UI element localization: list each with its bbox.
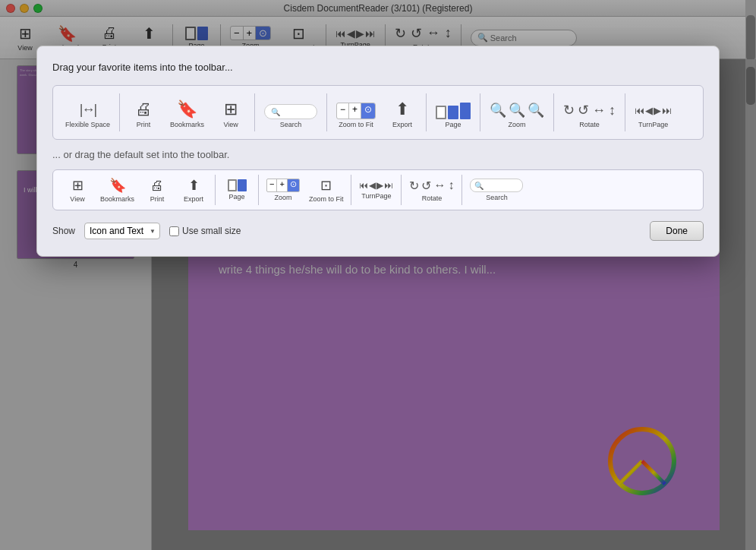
def-sep-3: [351, 175, 351, 205]
palette-search[interactable]: 🔍 Search: [260, 101, 322, 131]
palette-flexible-space[interactable]: |↔| Flexible Space: [61, 96, 115, 131]
export-palette-label: Export: [392, 121, 412, 128]
dialog-bottom-bar: Show Icon and Text Icon Only Text Only U…: [52, 221, 704, 241]
view-palette-label: View: [223, 121, 238, 128]
customize-toolbar-dialog: Drag your favorite items into the toolba…: [36, 46, 720, 257]
def-page-icon: [228, 179, 247, 191]
export-palette-icon: ⬆: [395, 100, 409, 119]
print-palette-icon: 🖨: [135, 100, 152, 119]
page-palette-label: Page: [446, 121, 461, 128]
palette-print[interactable]: 🖨 Print: [124, 96, 162, 131]
def-print-label: Print: [150, 195, 165, 203]
default-export: ⬆ Export: [177, 175, 210, 205]
def-search-icon: 🔍: [470, 179, 523, 192]
flexible-space-icon: |↔|: [71, 100, 106, 119]
def-export-label: Export: [184, 195, 203, 203]
default-view: ⊞ View: [61, 175, 94, 205]
toolbar-palette: |↔| Flexible Space 🖨 Print 🔖 Bookmarks ⊞…: [52, 85, 704, 140]
rotate-palette-label: Rotate: [579, 121, 600, 128]
def-bookmarks-icon: 🔖: [109, 177, 126, 194]
turnpage-palette-label: TurnPage: [638, 121, 668, 128]
turnpage-palette-icon: ⏮ ◀ ▶ ⏭: [635, 101, 672, 119]
def-turnpage-icon: ⏮ ◀ ▶ ⏭: [359, 180, 393, 191]
def-zoom-icon: − + ⊙: [266, 179, 300, 192]
def-turnpage-label: TurnPage: [361, 192, 391, 200]
def-sep-2: [258, 175, 259, 205]
palette-sep-5: [480, 93, 480, 131]
default-print: 🖨 Print: [140, 175, 174, 205]
zoom-to-fit-palette-icon: − + ⊙: [336, 103, 376, 119]
view-palette-icon: ⊞: [224, 100, 238, 119]
def-search-label: Search: [486, 194, 508, 201]
def-page-label: Page: [229, 193, 245, 201]
default-page: Page: [220, 177, 254, 203]
palette-sep-1: [119, 93, 120, 131]
print-palette-label: Print: [137, 121, 151, 128]
small-size-label: Use small size: [182, 226, 241, 236]
palette-page[interactable]: Page: [431, 98, 475, 131]
palette-zoom[interactable]: 🔍 🔍 🔍 Zoom: [485, 98, 549, 131]
default-rotate: ↻ ↺ ↔ ↕ Rotate: [406, 176, 457, 204]
def-zoom-to-fit-icon: ⊡: [320, 177, 332, 194]
def-sep-5: [461, 175, 462, 205]
default-toolbar-set: ⊞ View 🔖 Bookmarks 🖨 Print ⬆ Export: [52, 169, 704, 210]
palette-export[interactable]: ⬆ Export: [383, 96, 421, 131]
def-export-icon: ⬆: [188, 177, 200, 194]
def-zoom-to-fit-label: Zoom to Fit: [309, 195, 344, 203]
palette-rotate[interactable]: ↻ ↺ ↔ ↕ Rotate: [559, 98, 620, 131]
done-button[interactable]: Done: [650, 221, 704, 241]
flexible-space-label: Flexible Space: [65, 121, 110, 128]
def-view-icon: ⊞: [72, 177, 83, 194]
search-palette-icon: 🔍: [264, 104, 317, 119]
palette-sep-6: [553, 93, 554, 131]
palette-turnpage[interactable]: ⏮ ◀ ▶ ⏭ TurnPage: [630, 98, 676, 131]
drag-title: Drag your favorite items into the toolba…: [52, 62, 704, 73]
def-print-icon: 🖨: [150, 178, 164, 194]
palette-zoom-to-fit[interactable]: − + ⊙ Zoom to Fit: [332, 100, 380, 131]
default-bookmarks: 🔖 Bookmarks: [97, 175, 137, 205]
dialog-overlay: Drag your favorite items into the toolba…: [0, 0, 756, 550]
def-rotate-label: Rotate: [422, 194, 443, 202]
default-zoom-to-fit: ⊡ Zoom to Fit: [306, 175, 347, 205]
page-palette-icon: [436, 101, 471, 119]
def-zoom-label: Zoom: [274, 194, 291, 201]
divider-label: ... or drag the default set into the too…: [52, 149, 704, 160]
show-select[interactable]: Icon and Text Icon Only Text Only: [84, 223, 160, 239]
zoom-to-fit-palette-label: Zoom to Fit: [339, 121, 373, 128]
show-select-wrapper[interactable]: Icon and Text Icon Only Text Only: [84, 223, 160, 239]
palette-sep-2: [254, 93, 255, 131]
palette-sep-4: [426, 93, 427, 131]
def-sep-1: [215, 175, 216, 205]
small-size-checkbox-area[interactable]: Use small size: [169, 226, 241, 236]
show-label: Show: [52, 226, 75, 236]
def-sep-4: [401, 175, 402, 205]
bookmarks-palette-label: Bookmarks: [170, 121, 204, 128]
palette-sep-7: [625, 93, 625, 131]
rotate-palette-icon: ↻ ↺ ↔ ↕: [563, 101, 616, 119]
def-rotate-icon: ↻ ↺ ↔ ↕: [409, 179, 454, 193]
search-palette-label: Search: [280, 121, 302, 128]
def-bookmarks-label: Bookmarks: [100, 195, 134, 203]
palette-bookmarks[interactable]: 🔖 Bookmarks: [165, 96, 209, 131]
palette-view[interactable]: ⊞ View: [212, 96, 250, 131]
small-size-checkbox[interactable]: [169, 226, 179, 236]
palette-sep-3: [326, 93, 327, 131]
zoom-palette-label: Zoom: [509, 121, 526, 128]
default-zoom: − + ⊙ Zoom: [263, 176, 303, 204]
default-search: 🔍 Search: [467, 176, 526, 204]
def-view-label: View: [70, 195, 84, 203]
default-turnpage: ⏮ ◀ ▶ ⏭ TurnPage: [356, 178, 396, 202]
zoom-palette-icon: 🔍 🔍 🔍: [490, 101, 544, 119]
bookmarks-palette-icon: 🔖: [177, 100, 197, 119]
